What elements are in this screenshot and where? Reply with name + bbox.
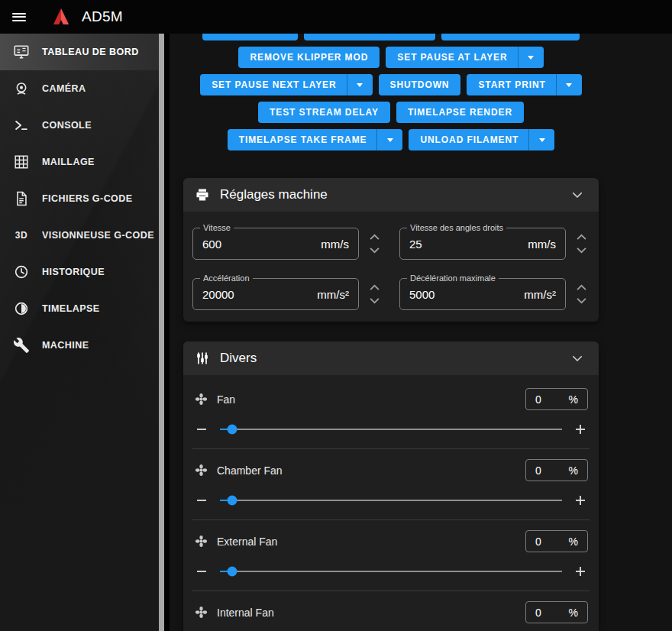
main-content: REMOVE KLIPPER MOD SET PAUSE AT LAYER SE…	[170, 34, 672, 631]
dropdown-toggle[interactable]	[557, 74, 582, 95]
max-deceleration-input[interactable]	[409, 288, 518, 301]
macro-row: REMOVE KLIPPER MOD SET PAUSE AT LAYER	[183, 47, 599, 68]
fan-slider[interactable]	[220, 566, 562, 577]
increase-fan-button[interactable]	[574, 494, 586, 506]
console-icon	[12, 117, 31, 134]
fan-value-input[interactable]	[535, 536, 569, 548]
sidebar-item-history[interactable]: HISTORIQUE	[0, 254, 164, 290]
slider-thumb[interactable]	[227, 496, 237, 506]
slider-track[interactable]	[220, 500, 562, 501]
speed-input[interactable]	[202, 238, 315, 251]
clipped-macro-row	[183, 34, 599, 40]
decrease-fan-button[interactable]	[195, 423, 208, 435]
macro-button-timelapse-render[interactable]: TIMELAPSE RENDER	[396, 102, 524, 123]
wrench-icon	[12, 337, 31, 354]
text-field: Vitesse mm/s	[192, 228, 359, 260]
increase-fan-button[interactable]	[574, 565, 586, 578]
fan-slider[interactable]	[220, 424, 562, 435]
clipped-macro-button[interactable]	[202, 34, 298, 40]
app-title: AD5M	[82, 8, 123, 25]
text-field: Vitesse des angles droits mm/s	[399, 228, 566, 260]
sidebar-item-heightmap[interactable]: MAILLAGE	[0, 144, 164, 180]
square-corner-velocity-setting: Vitesse des angles droits mm/s	[399, 228, 590, 260]
sidebar: TABLEAU DE BORD CAMÉRA CONSOLE MAILLAGE …	[0, 34, 164, 631]
macro-button-start-print[interactable]: START PRINT	[467, 74, 581, 95]
macro-button-set-pause-next-layer[interactable]: SET PAUSE NEXT LAYER	[200, 74, 372, 95]
fan-value-input[interactable]	[535, 464, 569, 477]
decrease-fan-button[interactable]	[195, 565, 208, 578]
macro-button-set-pause-at-layer[interactable]: SET PAUSE AT LAYER	[386, 47, 543, 68]
macro-button-remove-klipper-mod[interactable]: REMOVE KLIPPER MOD	[238, 47, 380, 68]
sidebar-item-label: HISTORIQUE	[42, 267, 105, 277]
menu-button[interactable]	[0, 0, 38, 34]
decrement-button[interactable]	[369, 247, 380, 254]
increment-button[interactable]	[576, 284, 587, 291]
fan-value-input[interactable]	[535, 607, 569, 619]
fan-unit: %	[569, 464, 578, 477]
macro-button-timelapse-take-frame[interactable]: TIMELAPSE TAKE FRAME	[228, 129, 403, 150]
sidebar-item-label: FICHIERS G-CODE	[42, 193, 133, 204]
max-deceleration-setting: Décélération maximale mm/s²	[399, 278, 590, 310]
mesh-grid-icon	[12, 154, 31, 170]
macro-button-label: SET PAUSE AT LAYER	[397, 52, 507, 63]
sidebar-item-camera[interactable]: CAMÉRA	[0, 70, 164, 107]
square-corner-velocity-input[interactable]	[409, 238, 522, 251]
logo-icon	[50, 6, 72, 28]
fan-slider[interactable]	[220, 495, 562, 506]
sidebar-item-machine[interactable]: MACHINE	[0, 327, 164, 364]
macro-button-label: TIMELAPSE TAKE FRAME	[239, 134, 367, 145]
clipped-macro-button[interactable]	[304, 34, 435, 40]
macro-button-shutdown[interactable]: SHUTDOWN	[379, 74, 461, 95]
slider-thumb[interactable]	[227, 567, 237, 577]
dip-switch-icon	[195, 351, 210, 366]
macro-row: TEST STREAM DELAY TIMELAPSE RENDER	[183, 102, 599, 123]
clipped-macro-button[interactable]	[441, 34, 580, 40]
decrease-fan-button[interactable]	[195, 494, 208, 506]
increment-button[interactable]	[576, 234, 587, 241]
settings-body: Vitesse mm/s Vitesse des angles droits m…	[183, 212, 599, 322]
fan-name: External Fan	[217, 536, 277, 548]
sidebar-item-timelapse[interactable]: TIMELAPSE	[0, 290, 164, 327]
slider-thumb[interactable]	[227, 425, 237, 435]
macro-button-unload-filament[interactable]: UNLOAD FILAMENT	[409, 129, 554, 150]
sidebar-item-console[interactable]: CONSOLE	[0, 107, 164, 144]
dropdown-toggle[interactable]	[519, 47, 544, 68]
dropdown-toggle[interactable]	[529, 129, 554, 150]
decrement-button[interactable]	[576, 247, 587, 254]
macro-button-label: REMOVE KLIPPER MOD	[250, 52, 368, 63]
webcam-icon	[12, 80, 31, 97]
decrement-button[interactable]	[369, 297, 380, 304]
caret-down-icon	[566, 83, 572, 87]
machine-settings-card: Réglages machine Vitesse mm/s	[183, 178, 599, 322]
spinner	[366, 234, 383, 254]
fan-name: Internal Fan	[217, 607, 274, 619]
caret-down-icon	[528, 56, 534, 60]
increase-fan-button[interactable]	[574, 423, 586, 435]
sidebar-item-gcode-viewer[interactable]: 3D VISIONNEUSE G-CODE	[0, 217, 164, 254]
sidebar-scrollbar[interactable]	[159, 34, 164, 631]
slider-track[interactable]	[220, 429, 562, 430]
timelapse-icon	[12, 300, 31, 317]
decrement-button[interactable]	[576, 297, 587, 304]
increment-button[interactable]	[369, 234, 380, 241]
increment-button[interactable]	[369, 284, 380, 291]
fan-icon	[194, 463, 208, 477]
sidebar-item-gcode-files[interactable]: FICHIERS G-CODE	[0, 180, 164, 217]
acceleration-setting: Accélération mm/s²	[192, 278, 383, 310]
file-document-icon	[12, 190, 31, 207]
macro-row: TIMELAPSE TAKE FRAME UNLOAD FILAMENT	[183, 129, 599, 150]
dropdown-toggle[interactable]	[347, 74, 373, 95]
slider-track[interactable]	[220, 571, 562, 572]
fan-control-chamber-fan: Chamber Fan %	[192, 448, 590, 519]
dropdown-toggle[interactable]	[377, 129, 402, 150]
fan-icon	[194, 605, 208, 620]
field-label: Accélération	[200, 273, 253, 283]
acceleration-input[interactable]	[202, 288, 311, 301]
macro-button-test-stream-delay[interactable]: TEST STREAM DELAY	[258, 102, 390, 123]
collapse-card-button[interactable]	[567, 185, 587, 205]
sidebar-item-dashboard[interactable]: TABLEAU DE BORD	[0, 34, 164, 70]
sidebar-item-label: CONSOLE	[42, 120, 92, 131]
fan-value-input[interactable]	[535, 393, 569, 406]
speed-setting: Vitesse mm/s	[192, 228, 383, 260]
collapse-card-button[interactable]	[567, 348, 587, 368]
